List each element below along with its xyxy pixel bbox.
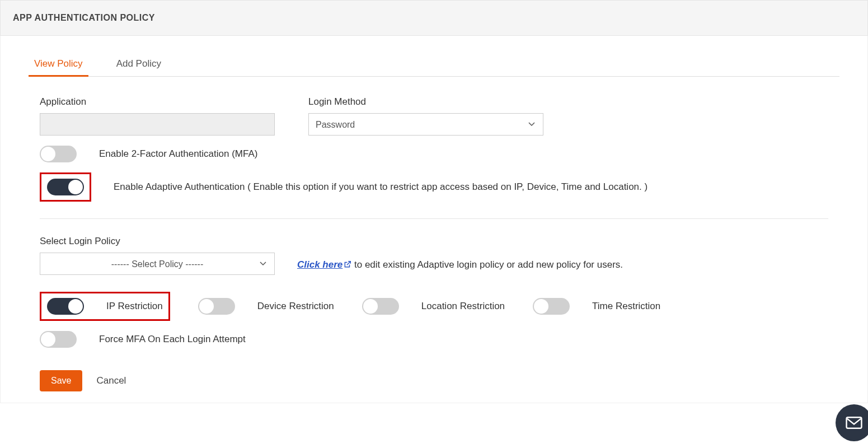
divider xyxy=(40,218,828,219)
cancel-button[interactable]: Cancel xyxy=(96,375,126,386)
page-title: APP AUTHENTICATION POLICY xyxy=(13,13,855,23)
toggle-adaptive-auth[interactable] xyxy=(47,179,84,195)
location-restriction-label: Location Restriction xyxy=(421,301,505,312)
select-policy[interactable]: ------ Select Policy ------ xyxy=(40,253,275,275)
page-header: APP AUTHENTICATION POLICY xyxy=(0,0,868,36)
mfa-label: Enable 2-Factor Authentication (MFA) xyxy=(99,148,257,160)
toggle-device-restriction[interactable] xyxy=(198,298,235,315)
external-link-icon xyxy=(344,260,351,268)
policy-helper: Click here to edit existing Adaptive log… xyxy=(297,259,623,275)
select-policy-label: Select Login Policy xyxy=(40,236,275,247)
save-button[interactable]: Save xyxy=(40,370,82,391)
toggle-force-mfa[interactable] xyxy=(40,331,77,348)
application-label: Application xyxy=(40,96,275,108)
click-here-link[interactable]: Click here xyxy=(297,259,351,270)
application-input[interactable] xyxy=(40,113,275,136)
tab-view-policy[interactable]: View Policy xyxy=(29,53,88,76)
toggle-mfa[interactable] xyxy=(40,146,77,162)
adaptive-highlight xyxy=(40,172,91,202)
toggle-time-restriction[interactable] xyxy=(533,298,570,315)
content-area: View Policy Add Policy Application Login… xyxy=(0,36,868,403)
time-restriction-label: Time Restriction xyxy=(592,301,660,312)
tab-add-policy[interactable]: Add Policy xyxy=(111,53,167,76)
login-method-label: Login Method xyxy=(308,96,543,108)
login-method-select[interactable]: Password xyxy=(308,113,543,136)
device-restriction-label: Device Restriction xyxy=(257,301,334,312)
form-area: Application Login Method Password Enable… xyxy=(29,96,839,391)
force-mfa-label: Force MFA On Each Login Attempt xyxy=(99,334,246,345)
helper-rest-text: to edit existing Adaptive login policy o… xyxy=(351,259,623,270)
toggle-ip-restriction[interactable] xyxy=(47,298,84,315)
tabs: View Policy Add Policy xyxy=(29,53,839,77)
adaptive-label: Enable Adaptive Authentication ( Enable … xyxy=(114,181,648,193)
ip-restriction-highlight: IP Restriction xyxy=(40,292,170,321)
toggle-location-restriction[interactable] xyxy=(362,298,399,315)
ip-restriction-label: IP Restriction xyxy=(106,301,163,312)
